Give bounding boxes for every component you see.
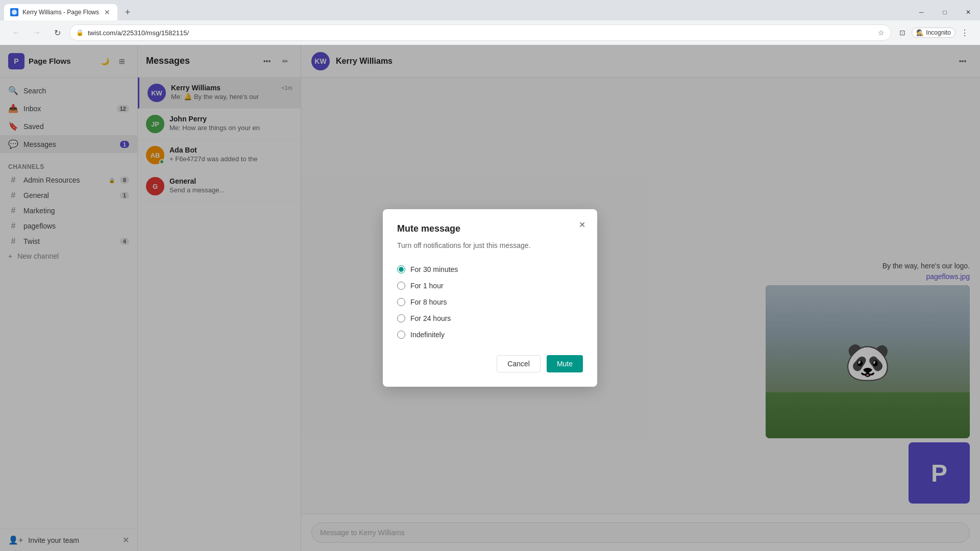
option-indefinitely[interactable]: Indefinitely: [397, 327, 583, 343]
refresh-button[interactable]: ↻: [49, 24, 65, 41]
radio-30min[interactable]: [397, 265, 405, 273]
browser-menu-button[interactable]: ⋮: [958, 26, 972, 40]
close-button[interactable]: ✕: [957, 4, 980, 20]
dialog-title: Mute message: [397, 223, 583, 234]
label-indefinitely: Indefinitely: [410, 331, 445, 339]
nav-extras: ⊡ 🕵 Incognito ⋮: [895, 26, 972, 40]
dialog-description: Turn off notifications for just this mes…: [397, 240, 583, 251]
dialog-actions: Cancel Mute: [397, 355, 583, 372]
browser-chrome: Kerry Williams - Page Flows ✕ + ─ □ ✕ ← …: [0, 0, 980, 45]
tab-title: Kerry Williams - Page Flows: [22, 9, 99, 16]
tab-bar: Kerry Williams - Page Flows ✕ + ─ □ ✕: [0, 0, 980, 20]
minimize-button[interactable]: ─: [910, 4, 933, 20]
mute-dialog: ✕ Mute message Turn off notifications fo…: [383, 209, 597, 387]
new-tab-button[interactable]: +: [119, 4, 136, 20]
forward-button[interactable]: →: [29, 24, 45, 41]
option-1hour[interactable]: For 1 hour: [397, 278, 583, 294]
maximize-button[interactable]: □: [933, 4, 957, 20]
back-button[interactable]: ←: [8, 24, 24, 41]
profile-switcher-button[interactable]: ⊡: [895, 26, 910, 40]
radio-8hours[interactable]: [397, 298, 405, 306]
address-text: twist.com/a/225310/msg/1582115/: [88, 29, 874, 37]
modal-overlay: ✕ Mute message Turn off notifications fo…: [0, 45, 980, 551]
window-controls: ─ □ ✕: [910, 4, 980, 20]
svg-point-0: [12, 10, 17, 15]
option-24hours[interactable]: For 24 hours: [397, 310, 583, 327]
label-30min: For 30 minutes: [410, 265, 458, 273]
nav-bar: ← → ↻ 🔒 twist.com/a/225310/msg/1582115/ …: [0, 20, 980, 45]
label-8hours: For 8 hours: [410, 298, 447, 306]
label-24hours: For 24 hours: [410, 314, 451, 322]
mute-button[interactable]: Mute: [547, 355, 583, 372]
radio-indefinitely[interactable]: [397, 331, 405, 339]
incognito-icon: 🕵: [916, 29, 924, 36]
active-tab[interactable]: Kerry Williams - Page Flows ✕: [4, 4, 117, 20]
radio-24hours[interactable]: [397, 314, 405, 322]
address-bar[interactable]: 🔒 twist.com/a/225310/msg/1582115/ ☆: [69, 24, 891, 41]
lock-icon: 🔒: [76, 29, 84, 36]
dialog-close-button[interactable]: ✕: [575, 217, 589, 232]
radio-1hour[interactable]: [397, 282, 405, 290]
label-1hour: For 1 hour: [410, 282, 444, 290]
option-8hours[interactable]: For 8 hours: [397, 294, 583, 310]
tab-close-button[interactable]: ✕: [103, 8, 111, 16]
incognito-indicator: 🕵 Incognito: [912, 28, 955, 38]
bookmark-icon[interactable]: ☆: [878, 29, 885, 37]
option-30min[interactable]: For 30 minutes: [397, 261, 583, 278]
cancel-button[interactable]: Cancel: [497, 355, 541, 372]
tab-favicon: [10, 8, 18, 16]
